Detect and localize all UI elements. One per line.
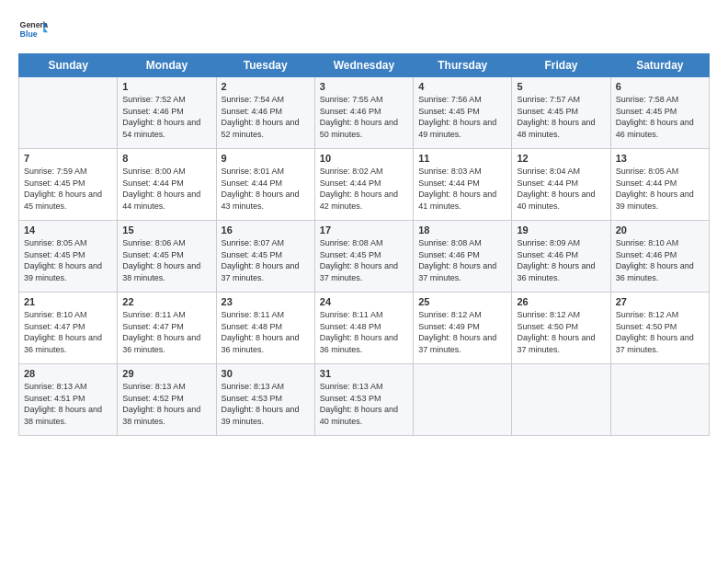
cell-details: Sunrise: 8:13 AMSunset: 4:53 PMDaylight:… [320, 381, 408, 427]
cell-details: Sunrise: 7:59 AMSunset: 4:45 PMDaylight:… [24, 166, 112, 212]
table-row [512, 364, 610, 436]
calendar-week-row: 21Sunrise: 8:10 AMSunset: 4:47 PMDayligh… [19, 293, 710, 364]
day-number: 10 [320, 153, 408, 164]
day-number: 22 [122, 296, 210, 307]
table-row: 1Sunrise: 7:52 AMSunset: 4:46 PMDaylight… [118, 77, 216, 149]
table-row: 6Sunrise: 7:58 AMSunset: 4:45 PMDaylight… [610, 77, 709, 149]
table-row: 22Sunrise: 8:11 AMSunset: 4:47 PMDayligh… [118, 293, 216, 364]
cell-details: Sunrise: 8:03 AMSunset: 4:44 PMDaylight:… [418, 166, 506, 212]
day-number: 3 [320, 81, 408, 92]
day-number: 30 [222, 368, 310, 379]
cell-details: Sunrise: 8:07 AMSunset: 4:45 PMDaylight:… [222, 237, 310, 283]
day-number: 5 [517, 81, 605, 92]
logo: General Blue [18, 15, 48, 44]
day-number: 21 [24, 296, 112, 307]
table-row: 30Sunrise: 8:13 AMSunset: 4:53 PMDayligh… [216, 364, 314, 436]
col-wednesday: Wednesday [314, 54, 413, 77]
day-number: 26 [517, 296, 605, 307]
table-row: 16Sunrise: 8:07 AMSunset: 4:45 PMDayligh… [216, 221, 314, 293]
calendar-header-row: Sunday Monday Tuesday Wednesday Thursday… [19, 54, 710, 77]
day-number: 19 [517, 224, 605, 236]
table-row: 8Sunrise: 8:00 AMSunset: 4:44 PMDaylight… [118, 149, 216, 221]
day-number: 12 [517, 153, 605, 164]
day-number: 24 [320, 296, 408, 307]
cell-details: Sunrise: 8:12 AMSunset: 4:50 PMDaylight:… [616, 309, 704, 355]
table-row: 9Sunrise: 8:01 AMSunset: 4:44 PMDaylight… [216, 149, 314, 221]
table-row: 13Sunrise: 8:05 AMSunset: 4:44 PMDayligh… [610, 149, 709, 221]
day-number: 2 [222, 81, 310, 92]
table-row: 20Sunrise: 8:10 AMSunset: 4:46 PMDayligh… [610, 221, 709, 293]
day-number: 31 [320, 368, 408, 379]
table-row: 24Sunrise: 8:11 AMSunset: 4:48 PMDayligh… [314, 293, 413, 364]
cell-details: Sunrise: 8:13 AMSunset: 4:53 PMDaylight:… [222, 381, 310, 427]
table-row: 31Sunrise: 8:13 AMSunset: 4:53 PMDayligh… [314, 364, 413, 436]
table-row: 23Sunrise: 8:11 AMSunset: 4:48 PMDayligh… [216, 293, 314, 364]
cell-details: Sunrise: 8:11 AMSunset: 4:48 PMDaylight:… [222, 309, 310, 355]
svg-text:Blue: Blue [20, 29, 38, 39]
cell-details: Sunrise: 8:13 AMSunset: 4:52 PMDaylight:… [122, 381, 210, 427]
cell-details: Sunrise: 8:11 AMSunset: 4:48 PMDaylight:… [320, 309, 408, 355]
day-number: 29 [122, 368, 210, 379]
table-row: 2Sunrise: 7:54 AMSunset: 4:46 PMDaylight… [216, 77, 314, 149]
cell-details: Sunrise: 8:08 AMSunset: 4:45 PMDaylight:… [320, 237, 408, 283]
calendar-week-row: 28Sunrise: 8:13 AMSunset: 4:51 PMDayligh… [19, 364, 710, 436]
table-row: 18Sunrise: 8:08 AMSunset: 4:46 PMDayligh… [414, 221, 512, 293]
calendar-table: Sunday Monday Tuesday Wednesday Thursday… [18, 53, 710, 436]
table-row: 21Sunrise: 8:10 AMSunset: 4:47 PMDayligh… [19, 293, 118, 364]
day-number: 4 [418, 81, 506, 92]
cell-details: Sunrise: 8:05 AMSunset: 4:44 PMDaylight:… [616, 166, 704, 212]
cell-details: Sunrise: 8:12 AMSunset: 4:50 PMDaylight:… [517, 309, 605, 355]
cell-details: Sunrise: 8:12 AMSunset: 4:49 PMDaylight:… [418, 309, 506, 355]
day-number: 18 [418, 224, 506, 236]
col-sunday: Sunday [19, 54, 118, 77]
cell-details: Sunrise: 8:05 AMSunset: 4:45 PMDaylight:… [24, 237, 112, 283]
cell-details: Sunrise: 7:57 AMSunset: 4:45 PMDaylight:… [517, 94, 605, 140]
cell-details: Sunrise: 8:10 AMSunset: 4:46 PMDaylight:… [616, 237, 704, 283]
table-row: 15Sunrise: 8:06 AMSunset: 4:45 PMDayligh… [118, 221, 216, 293]
day-number: 20 [616, 224, 704, 236]
cell-details: Sunrise: 8:02 AMSunset: 4:44 PMDaylight:… [320, 166, 408, 212]
cell-details: Sunrise: 7:55 AMSunset: 4:46 PMDaylight:… [320, 94, 408, 140]
table-row: 12Sunrise: 8:04 AMSunset: 4:44 PMDayligh… [512, 149, 610, 221]
cell-details: Sunrise: 8:13 AMSunset: 4:51 PMDaylight:… [24, 381, 112, 427]
cell-details: Sunrise: 8:08 AMSunset: 4:46 PMDaylight:… [418, 237, 506, 283]
day-number: 23 [222, 296, 310, 307]
table-row: 5Sunrise: 7:57 AMSunset: 4:45 PMDaylight… [512, 77, 610, 149]
col-thursday: Thursday [414, 54, 512, 77]
day-number: 1 [122, 81, 210, 92]
col-monday: Monday [118, 54, 216, 77]
generalblue-logo-icon: General Blue [18, 15, 48, 44]
day-number: 15 [122, 224, 210, 236]
table-row: 26Sunrise: 8:12 AMSunset: 4:50 PMDayligh… [512, 293, 610, 364]
table-row: 25Sunrise: 8:12 AMSunset: 4:49 PMDayligh… [414, 293, 512, 364]
day-number: 25 [418, 296, 506, 307]
col-saturday: Saturday [610, 54, 709, 77]
table-row: 11Sunrise: 8:03 AMSunset: 4:44 PMDayligh… [414, 149, 512, 221]
calendar-week-row: 7Sunrise: 7:59 AMSunset: 4:45 PMDaylight… [19, 149, 710, 221]
day-number: 17 [320, 224, 408, 236]
day-number: 7 [24, 153, 112, 164]
day-number: 6 [616, 81, 704, 92]
day-number: 8 [122, 153, 210, 164]
cell-details: Sunrise: 7:58 AMSunset: 4:45 PMDaylight:… [616, 94, 704, 140]
table-row: 19Sunrise: 8:09 AMSunset: 4:46 PMDayligh… [512, 221, 610, 293]
table-row: 14Sunrise: 8:05 AMSunset: 4:45 PMDayligh… [19, 221, 118, 293]
table-row [610, 364, 709, 436]
col-tuesday: Tuesday [216, 54, 314, 77]
calendar-week-row: 14Sunrise: 8:05 AMSunset: 4:45 PMDayligh… [19, 221, 710, 293]
day-number: 9 [222, 153, 310, 164]
col-friday: Friday [512, 54, 610, 77]
day-number: 27 [616, 296, 704, 307]
cell-details: Sunrise: 8:10 AMSunset: 4:47 PMDaylight:… [24, 309, 112, 355]
table-row: 28Sunrise: 8:13 AMSunset: 4:51 PMDayligh… [19, 364, 118, 436]
cell-details: Sunrise: 8:09 AMSunset: 4:46 PMDaylight:… [517, 237, 605, 283]
day-number: 28 [24, 368, 112, 379]
cell-details: Sunrise: 8:11 AMSunset: 4:47 PMDaylight:… [122, 309, 210, 355]
table-row [19, 77, 118, 149]
table-row: 10Sunrise: 8:02 AMSunset: 4:44 PMDayligh… [314, 149, 413, 221]
cell-details: Sunrise: 8:04 AMSunset: 4:44 PMDaylight:… [517, 166, 605, 212]
header: General Blue [18, 15, 710, 44]
cell-details: Sunrise: 8:00 AMSunset: 4:44 PMDaylight:… [122, 166, 210, 212]
calendar-week-row: 1Sunrise: 7:52 AMSunset: 4:46 PMDaylight… [19, 77, 710, 149]
table-row: 7Sunrise: 7:59 AMSunset: 4:45 PMDaylight… [19, 149, 118, 221]
